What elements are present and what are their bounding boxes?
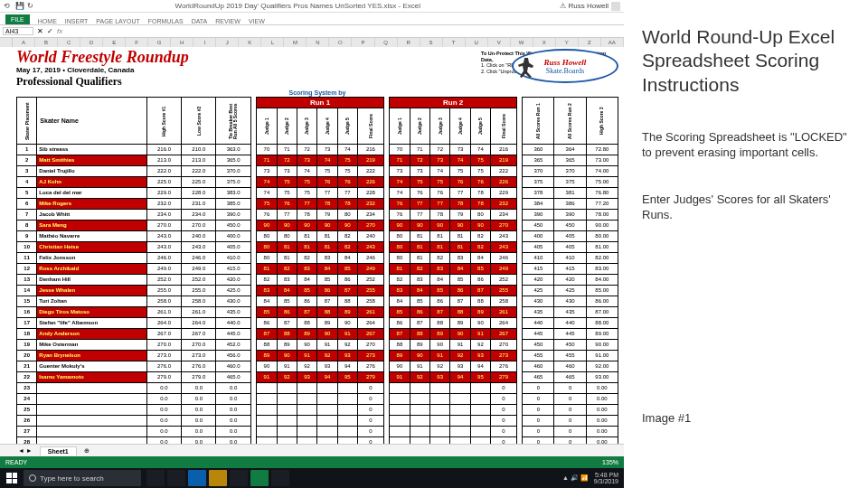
- table-row[interactable]: 2Matt Smithies213.0213.0365.071727374752…: [17, 155, 618, 166]
- table-row[interactable]: 22Isamu Yamamoto279.0279.0465.0919293949…: [17, 372, 618, 383]
- quick-access[interactable]: ⟲💾↻: [4, 2, 36, 11]
- column-headers[interactable]: ABCDEFGHIJKLMNOPQRSTUVWXYZAA: [0, 38, 624, 47]
- table-row[interactable]: 1Sib streass216.0210.0363.07071727374216…: [17, 145, 618, 155]
- col-highscore3: High Score 3: [586, 98, 618, 145]
- table-row[interactable]: 230.00.00.000000.00: [17, 383, 618, 394]
- table-row[interactable]: 7Jacob Whitt234.0234.0390.07677787980234…: [17, 210, 618, 221]
- table-row[interactable]: 20Ryan Brynelson273.0273.0456.0899091929…: [17, 351, 618, 361]
- logo-oval: Russ Howell Skate.Boards: [512, 49, 618, 83]
- tab-review[interactable]: REVIEW: [215, 18, 241, 24]
- image-number: Image #1: [642, 411, 850, 425]
- run2-header: Run 2: [390, 98, 517, 108]
- col-allscores-r1: All Scores Run 1: [523, 98, 554, 145]
- tab-page-layout[interactable]: PAGE LAYOUT: [96, 18, 139, 24]
- col-skater-name: Skater Name: [37, 98, 146, 145]
- fx-icon[interactable]: fx: [57, 27, 62, 35]
- excel-screenshot: ⟲💾↻ WorldRoundUp 2019 Day' Qualifiers Pr…: [0, 0, 624, 488]
- store-icon[interactable]: [230, 470, 248, 486]
- tab-formulas[interactable]: FORMULAS: [148, 18, 184, 24]
- start-button[interactable]: [2, 470, 22, 486]
- ribbon-tabs[interactable]: FILE HOME INSERT PAGE LAYOUT FORMULAS DA…: [0, 13, 624, 25]
- window-title: WorldRoundUp 2019 Day' Qualifiers Pros N…: [36, 2, 560, 10]
- col-placement: Skater Placement: [17, 98, 37, 145]
- table-row[interactable]: 8Sara Meng270.0270.0450.0909090909027090…: [17, 221, 618, 231]
- taskbar-search[interactable]: Type here to search: [24, 470, 141, 486]
- col-low-score: Low Score #2: [182, 98, 216, 145]
- sheet-tabs[interactable]: ◄ ► Sheet1 ⊕: [0, 444, 624, 456]
- table-row[interactable]: 13Denham Hill252.0252.0420.0828384858625…: [17, 275, 618, 286]
- table-row[interactable]: 3Daniel Trujillo222.0222.0370.0737374757…: [17, 166, 618, 177]
- name-box[interactable]: AI43: [3, 27, 33, 35]
- table-row[interactable]: 10Christian Heise243.0243.0405.080818181…: [17, 242, 618, 253]
- table-row[interactable]: 15Turi Zoltan258.0258.0430.0848586878825…: [17, 296, 618, 307]
- col-high-score: High Score #1: [146, 98, 181, 145]
- taskbar[interactable]: Type here to search ▲ 🔊 📶 5:48 PM9/3/201…: [0, 468, 624, 488]
- sheet-tab-sheet1[interactable]: Sheet1: [40, 446, 77, 455]
- tab-home[interactable]: HOME: [38, 18, 57, 24]
- division-title: Professional Qualifiers: [16, 75, 506, 89]
- table-row[interactable]: 240.00.00.000000.00: [17, 394, 618, 405]
- table-row[interactable]: 19Mike Osterman270.0270.0452.08889909192…: [17, 340, 618, 351]
- sheet-content: To Un-Protect This WorkSheet And Allow F…: [0, 47, 624, 444]
- tab-data[interactable]: DATA: [192, 18, 208, 24]
- scoring-table[interactable]: Skater Placement Skater Name High Score …: [16, 97, 618, 444]
- user-account[interactable]: ⚠ Russ Howell: [560, 2, 620, 11]
- skater-icon: [517, 58, 535, 78]
- slide-text-panel: World Round-Up Excel Spreadsheet Scoring…: [624, 0, 868, 488]
- app-icon[interactable]: [271, 470, 289, 486]
- system-tray[interactable]: ▲ 🔊 📶 5:48 PM9/3/2019: [562, 472, 622, 484]
- tab-view[interactable]: VIEW: [249, 18, 265, 24]
- edge-icon[interactable]: [188, 470, 206, 486]
- status-ready: READY: [5, 459, 27, 465]
- event-title: World Freestyle Roundup: [16, 49, 506, 65]
- statusbar: READY 135%: [0, 456, 624, 468]
- slide-note-locked: The Scoring Spreadsheet is "LOCKED" to p…: [642, 129, 850, 161]
- table-row[interactable]: 16Diego Tíros Matoso261.0261.0435.085868…: [17, 307, 618, 318]
- table-row[interactable]: 14Jesse Whalen255.0255.0425.083848586872…: [17, 286, 618, 296]
- table-row[interactable]: 5Luca del del mar229.0228.0383.074757577…: [17, 188, 618, 199]
- scoring-system-by: Scoring System by: [16, 89, 618, 96]
- table-row[interactable]: 11Felix Jonsson246.0246.0410.08081828384…: [17, 253, 618, 264]
- titlebar: ⟲💾↻ WorldRoundUp 2019 Day' Qualifiers Pr…: [0, 0, 624, 13]
- table-row[interactable]: 260.00.00.000000.00: [17, 416, 618, 427]
- zoom-level[interactable]: 135%: [602, 459, 618, 465]
- event-date-location: May 17, 2019 • Cloverdale, Canada: [16, 66, 506, 74]
- excel-icon[interactable]: [250, 470, 269, 486]
- add-sheet-icon[interactable]: ⊕: [84, 447, 90, 455]
- run1-header: Run 1: [257, 98, 384, 108]
- table-row[interactable]: 250.00.00.000000.00: [17, 405, 618, 416]
- table-row[interactable]: 9Mathéo Navarre243.0240.0400.08080818182…: [17, 231, 618, 242]
- table-row[interactable]: 270.00.00.000000.00: [17, 427, 618, 437]
- col-tiebreaker: Tie Breaker Best Run All 5 Scores: [216, 98, 250, 145]
- slide-note-enter-scores: Enter Judges' Scores for all Skaters' Ru…: [642, 192, 850, 223]
- cortana-icon[interactable]: [146, 470, 165, 486]
- table-row[interactable]: 18Andy Anderson267.0267.0445.08788899091…: [17, 329, 618, 340]
- taskview-icon[interactable]: [167, 470, 185, 486]
- taskbar-apps[interactable]: [146, 470, 289, 486]
- table-row[interactable]: 12Ross Archibald249.0249.0415.0818283848…: [17, 264, 618, 275]
- tab-insert[interactable]: INSERT: [65, 18, 89, 24]
- table-row[interactable]: 4AJ Kohn225.0225.0375.074757576762267475…: [17, 177, 618, 188]
- search-icon: [29, 474, 36, 482]
- explorer-icon[interactable]: [209, 470, 227, 486]
- sheet-area[interactable]: ABCDEFGHIJKLMNOPQRSTUVWXYZAA To Un-Prote…: [0, 38, 624, 444]
- tab-file[interactable]: FILE: [5, 14, 30, 24]
- col-allscores-r2: All Scores Run 2: [554, 98, 586, 145]
- table-row[interactable]: 280.00.00.000000.00: [17, 437, 618, 445]
- table-row[interactable]: 17Stefan "life" Albemson264.0264.0440.08…: [17, 318, 618, 329]
- table-row[interactable]: 21Guenter Mokuly's276.0276.0460.09091929…: [17, 361, 618, 372]
- formula-bar[interactable]: AI43 ✕✓fx: [0, 25, 624, 38]
- slide-title: World Round-Up Excel Spreadsheet Scoring…: [642, 25, 850, 97]
- table-row[interactable]: 6Mike Rogers232.0231.0385.07576777878232…: [17, 199, 618, 210]
